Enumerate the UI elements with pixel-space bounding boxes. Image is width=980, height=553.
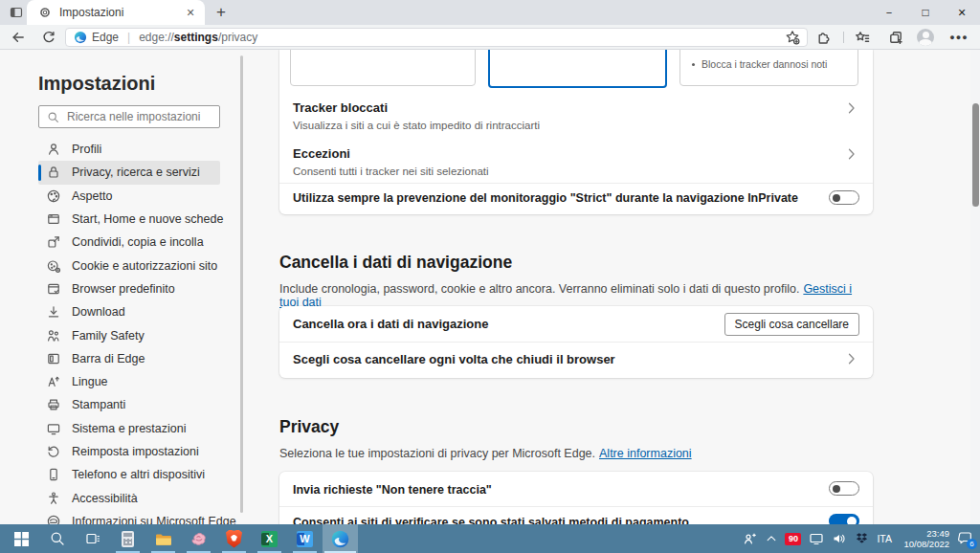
volume-icon[interactable] (832, 531, 847, 546)
new-tab-button[interactable]: + (212, 3, 231, 22)
sidebar-item-start-home[interactable]: Start, Home e nuove schede (38, 208, 220, 231)
task-view-button[interactable] (75, 524, 110, 553)
sidebar-item-stampanti[interactable]: Stampanti (38, 393, 220, 416)
back-button[interactable] (11, 30, 26, 45)
add-favorite-button[interactable] (785, 30, 800, 45)
sidebar-item-profili[interactable]: Profili (38, 138, 220, 161)
calculator-icon (122, 531, 134, 547)
profile-avatar[interactable] (917, 29, 934, 46)
extensions-puzzle-icon (816, 30, 832, 45)
clipped-text: funzionare (703, 50, 750, 51)
tracking-bullet-text: Blocca i tracker dannosi noti (702, 58, 827, 70)
chevron-right-icon[interactable] (848, 102, 856, 114)
printer-icon (46, 397, 61, 412)
chevron-right-icon[interactable] (848, 148, 856, 160)
tracking-option-balanced-card-selected[interactable] (488, 50, 667, 88)
strict-inprivate-toggle[interactable] (829, 190, 859, 205)
tab-actions-icon (9, 5, 24, 20)
sidebar-item-reimposta[interactable]: Reimposta impostazioni (38, 440, 220, 463)
sidebar-item-telefono[interactable]: Telefono e altri dispositivi (38, 463, 220, 486)
sidebar-item-sistema[interactable]: Sistema e prestazioni (38, 417, 220, 440)
page-scrollbar-thumb[interactable] (972, 103, 979, 207)
clear-on-close-label[interactable]: Scegli cosa cancellare ogni volta che ch… (293, 352, 615, 366)
language-indicator[interactable]: ITA (877, 533, 892, 544)
people-icon[interactable] (743, 531, 758, 546)
tracking-option-basic-card[interactable] (290, 50, 476, 86)
collections-button[interactable] (888, 30, 903, 45)
settings-search-box[interactable] (38, 105, 220, 128)
choose-what-to-clear-button[interactable]: Scegli cosa cancellare (724, 313, 859, 336)
tab-actions-menu-button[interactable] (9, 5, 24, 20)
extensions-button[interactable] (816, 30, 832, 45)
sidebar-item-privacy[interactable]: Privacy, ricerca e servizi (38, 161, 220, 184)
page-scrollbar-track[interactable] (970, 50, 980, 524)
row-divider (279, 506, 873, 507)
dnt-toggle[interactable] (829, 481, 859, 496)
excel-icon: X (261, 531, 278, 547)
windows-taskbar: X W 90 (0, 524, 980, 553)
settings-and-more-button[interactable]: ●●● (947, 29, 971, 46)
tab-close-icon[interactable]: ✕ (182, 4, 199, 21)
browser-tab-settings[interactable]: Impostazioni ✕ (27, 0, 205, 25)
sidebar-item-cookie[interactable]: Cookie e autorizzazioni sito (38, 254, 220, 276)
taskbar-app-excel[interactable]: X (252, 524, 287, 553)
maximize-button[interactable]: □ (907, 0, 944, 25)
address-bar[interactable]: Edge | edge://settings/privacy (65, 28, 808, 47)
window-controls: − □ ✕ (871, 0, 980, 25)
eccezioni-row-title[interactable]: Eccezioni (293, 146, 350, 161)
search-input[interactable] (65, 109, 219, 124)
sidebar-scrollbar[interactable] (240, 55, 243, 513)
dropbox-icon[interactable] (855, 532, 869, 545)
favorites-button[interactable] (855, 30, 870, 45)
taskbar-app-edge-active[interactable] (323, 524, 358, 553)
sidebar-item-informazioni[interactable]: Informazioni su Microsoft Edge (38, 510, 220, 524)
sidebar-item-aspetto[interactable]: Aspetto (38, 185, 220, 208)
start-button[interactable] (4, 524, 39, 553)
cookie-icon (46, 258, 61, 274)
sidebar-item-family-safety[interactable]: Family Safety (38, 323, 220, 346)
toolbar-divider (843, 32, 844, 43)
sidebar-item-accessibilita[interactable]: Accessibilità (38, 486, 220, 509)
sidebar-item-barra-di-edge[interactable]: Barra di Edge (38, 347, 220, 370)
taskbar-app-brain[interactable] (181, 524, 216, 553)
notification-count-badge: 6 (967, 539, 977, 549)
altre-informazioni-link[interactable]: Altre informazioni (599, 447, 692, 460)
taskbar-clock[interactable]: 23:49 10/08/2022 (900, 528, 949, 549)
taskbar-apps: X W (0, 524, 358, 553)
url-host: settings (174, 31, 218, 44)
payment-methods-toggle[interactable] (829, 514, 859, 524)
sidebar-item-label: Condividi, copia e incolla (72, 235, 204, 249)
sidebar-item-condividi[interactable]: Condividi, copia e incolla (38, 231, 220, 254)
payment-methods-label: Consenti ai siti di verificare se sono s… (293, 516, 689, 524)
share-icon (46, 234, 61, 250)
file-explorer-icon (155, 532, 172, 546)
taskbar-tray: 90 ITA 23:49 10/08/2022 6 (743, 524, 980, 553)
taskbar-search-button[interactable] (39, 524, 75, 553)
sidebar-item-lingue[interactable]: Lingue (38, 370, 220, 393)
security-badge[interactable]: 90 (785, 533, 801, 545)
taskbar-app-word[interactable]: W (287, 524, 323, 553)
taskbar-app-brave[interactable] (216, 524, 252, 553)
sidebar-item-browser-predefinito[interactable]: Browser predefinito (38, 277, 220, 300)
taskbar-app-calculator[interactable] (110, 524, 145, 553)
family-icon (46, 328, 61, 343)
sidebar-item-label: Browser predefinito (72, 282, 175, 296)
site-badge[interactable]: Edge (74, 31, 119, 44)
chevron-right-icon[interactable] (848, 353, 856, 365)
taskbar-app-file-explorer[interactable] (145, 524, 181, 553)
minimize-button[interactable]: − (871, 0, 907, 25)
refresh-button[interactable] (41, 30, 56, 45)
search-icon (50, 531, 65, 546)
close-button[interactable]: ✕ (944, 0, 980, 25)
tracking-option-strict-card[interactable]: funzionare Blocca i tracker dannosi noti (679, 50, 858, 86)
collections-icon (888, 30, 903, 45)
network-icon[interactable] (809, 531, 824, 546)
clear-data-description-text: Include cronologia, password, cookie e a… (279, 282, 799, 296)
accessibility-icon (46, 491, 61, 506)
browser-toolbar: Edge | edge://settings/privacy (0, 25, 980, 50)
sidebar-item-download[interactable]: Download (38, 300, 220, 323)
action-center-button[interactable]: 6 (957, 530, 974, 547)
show-hidden-icons-chevron[interactable] (766, 533, 777, 544)
sidebar-item-label: Cookie e autorizzazioni sito (72, 259, 217, 273)
tracker-bloccati-row-title[interactable]: Tracker bloccati (293, 100, 388, 115)
